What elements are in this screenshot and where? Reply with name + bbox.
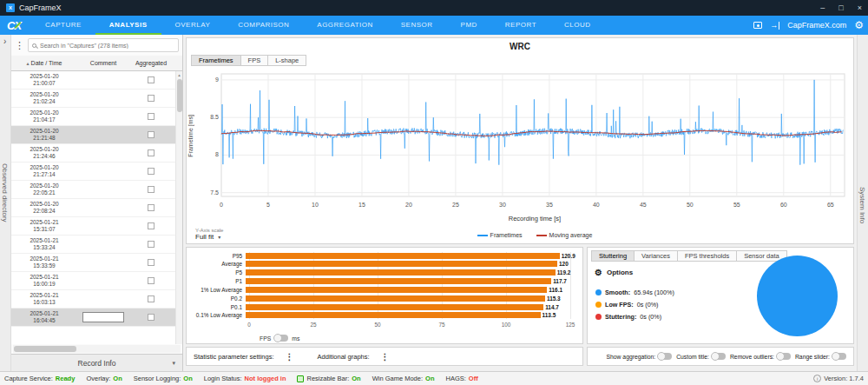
bar-row-0-1-low-average: 0.1% Low Average113.5 [192, 312, 570, 319]
aggregated-checkbox[interactable] [148, 314, 155, 321]
unit-fps-label: FPS [260, 335, 271, 342]
capture-record-row[interactable]: 2025-01-2116:00:19 [11, 272, 175, 290]
column-date-time[interactable]: ▴Date / Time [11, 60, 77, 66]
capture-record-row[interactable]: 2025-01-2022:08:24 [11, 199, 175, 217]
list-menu-icon[interactable]: ⋮ [15, 40, 24, 51]
record-title: WRC [187, 38, 853, 51]
stutter-legend-low-fps: Low FPS:0s (0%) [595, 301, 674, 309]
capture-record-row[interactable]: 2025-01-2021:24:46 [11, 144, 175, 163]
aggregated-checkbox[interactable] [148, 95, 155, 102]
record-date-time: 2025-01-2115:31:07 [11, 219, 77, 233]
svg-text:10: 10 [312, 202, 319, 208]
nav-tab-analysis[interactable]: ANALYSIS [95, 16, 161, 35]
svg-text:8: 8 [215, 151, 219, 157]
expand-chevron-icon[interactable]: › [3, 37, 6, 46]
bar-value: 115.3 [547, 295, 561, 302]
record-time: 21:27:14 [11, 171, 77, 178]
aggregated-checkbox[interactable] [148, 76, 155, 83]
tab-stuttering[interactable]: Stuttering [591, 250, 635, 262]
record-date: 2025-01-20 [11, 128, 77, 135]
capture-record-row[interactable]: 2025-01-2116:04:45 [11, 309, 175, 327]
toggle-remove-outliers: Remove outliers: [730, 353, 791, 360]
nav-tab-pmd[interactable]: PMD [447, 16, 491, 35]
screenshot-icon[interactable] [753, 22, 762, 29]
login-icon[interactable]: → [770, 22, 779, 30]
capture-record-row[interactable]: 2025-01-2021:21:48 [11, 126, 175, 144]
close-button[interactable]: × [858, 3, 862, 12]
legend-frametimes[interactable]: Frametimes [477, 232, 523, 238]
capture-record-row[interactable]: 2025-01-2115:33:24 [11, 236, 175, 254]
minimize-button[interactable]: – [820, 3, 825, 12]
scroll-up-icon[interactable]: ▴ [178, 71, 181, 78]
capture-record-row[interactable]: 2025-01-2022:05:21 [11, 181, 175, 199]
aggregated-checkbox[interactable] [148, 168, 155, 175]
tab-fps-thresholds[interactable]: FPS thresholds [677, 250, 737, 262]
observed-directory-label: Observed directory [1, 163, 9, 222]
tab-fps[interactable]: FPS [240, 55, 269, 66]
unit-toggle[interactable] [274, 335, 288, 342]
nav-tab-report[interactable]: REPORT [491, 16, 550, 35]
aggregated-checkbox[interactable] [148, 241, 155, 248]
capture-record-row[interactable]: 2025-01-2021:02:24 [11, 90, 175, 108]
aggregated-checkbox[interactable] [148, 222, 155, 229]
nav-tab-aggregation[interactable]: AGGREGATION [303, 16, 386, 35]
observed-directory-strip[interactable]: › Observed directory [0, 35, 11, 371]
stat-settings-menu-icon[interactable]: ⋮ [279, 352, 301, 362]
nav-tab-sensor[interactable]: SENSOR [387, 16, 447, 35]
toggle-switch[interactable] [832, 353, 846, 360]
vertical-scrollbar[interactable]: ▴ [175, 71, 182, 344]
additional-graphs-menu-icon[interactable]: ⋮ [374, 352, 397, 362]
record-aggregated-cell [129, 259, 173, 266]
legend-moving-average[interactable]: Moving average [536, 232, 593, 238]
tab-l-shape[interactable]: L-shape [267, 55, 306, 66]
gear-icon: ⚙ [595, 268, 602, 277]
comment-input[interactable] [82, 312, 124, 322]
tab-frametimes[interactable]: Frametimes [191, 55, 241, 66]
capture-record-row[interactable]: 2025-01-2115:33:59 [11, 254, 175, 272]
nav-tab-comparison[interactable]: COMPARISON [224, 16, 303, 35]
bar-label: P5 [192, 269, 246, 275]
search-box[interactable] [28, 38, 179, 52]
tab-variances[interactable]: Variances [634, 250, 678, 262]
column-comment[interactable]: Comment [77, 60, 129, 66]
nav-tab-capture[interactable]: CAPTURE [31, 16, 95, 35]
maximize-button[interactable]: □ [838, 3, 843, 12]
axis-tick: 125 [566, 322, 575, 328]
aggregated-checkbox[interactable] [148, 131, 155, 138]
scrollbar-thumb[interactable] [14, 346, 76, 352]
settings-gear-icon[interactable]: ⚙ [854, 19, 864, 31]
status-label: Sensor Logging: [134, 375, 181, 382]
toggle-label: Range slider: [795, 354, 830, 360]
record-aggregated-cell [129, 168, 173, 175]
aggregated-checkbox[interactable] [148, 186, 155, 193]
toggle-switch[interactable] [658, 353, 672, 360]
record-date: 2025-01-20 [11, 110, 77, 116]
nav-tab-overlay[interactable]: OVERLAY [161, 16, 225, 35]
search-input[interactable] [40, 43, 174, 49]
status-label: HAGS: [445, 375, 465, 382]
legend-swatch [477, 235, 488, 236]
scrollbar-thumb[interactable] [177, 79, 182, 112]
capture-record-row[interactable]: 2025-01-2021:04:17 [11, 108, 175, 126]
website-link[interactable]: CapFrameX.com [787, 21, 846, 30]
aggregated-checkbox[interactable] [148, 277, 155, 284]
aggregated-checkbox[interactable] [148, 149, 155, 156]
column-aggregated[interactable]: Aggregated [129, 60, 173, 66]
capture-record-row[interactable]: 2025-01-2021:00:07 [11, 71, 175, 90]
toggle-switch[interactable] [712, 353, 726, 360]
aggregated-checkbox[interactable] [148, 113, 155, 120]
horizontal-scrollbar[interactable] [13, 345, 181, 353]
record-aggregated-cell [129, 295, 173, 302]
toggle-switch[interactable] [777, 353, 791, 360]
nav-tab-cloud[interactable]: CLOUD [550, 16, 605, 35]
system-info-strip[interactable]: System Info [857, 35, 868, 371]
bar-label: P95 [192, 253, 246, 259]
capture-record-row[interactable]: 2025-01-2021:27:14 [11, 163, 175, 181]
capture-record-row[interactable]: 2025-01-2116:03:13 [11, 290, 175, 309]
aggregated-checkbox[interactable] [148, 259, 155, 266]
aggregated-checkbox[interactable] [148, 204, 155, 211]
aggregated-checkbox[interactable] [148, 295, 155, 302]
record-time: 21:04:17 [11, 116, 77, 123]
capture-record-row[interactable]: 2025-01-2115:31:07 [11, 217, 175, 236]
record-info-expander[interactable]: Record Info ▾ [11, 354, 182, 371]
